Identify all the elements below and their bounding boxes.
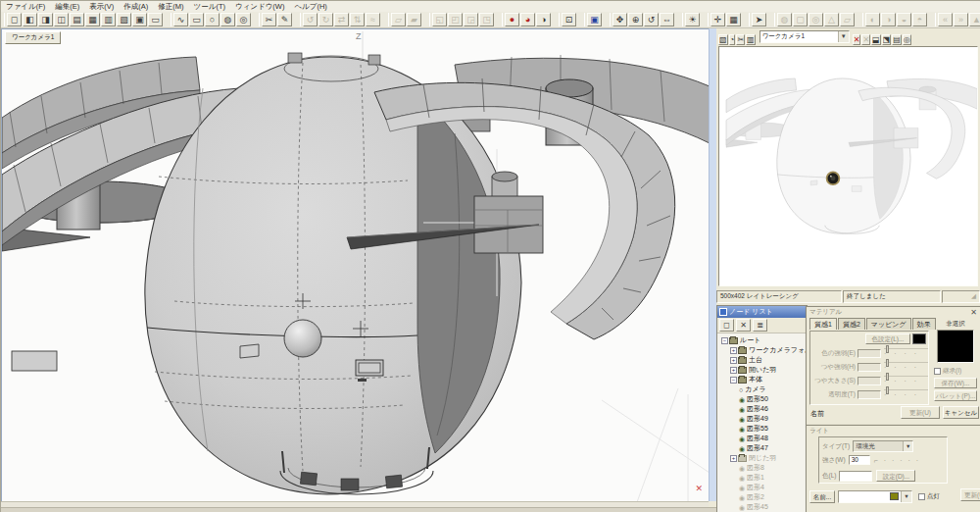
tree-item-本体[interactable]: −本体: [719, 375, 807, 384]
tree-item-カメラ[interactable]: ○カメラ: [719, 384, 807, 394]
slider-track[interactable]: · · · ·: [884, 376, 928, 385]
tree-expander-icon[interactable]: +: [730, 455, 737, 462]
tree-item-図形1[interactable]: ◉図形1: [719, 473, 807, 483]
menu-作成[interactable]: 作成(A): [119, 2, 153, 12]
light-icon[interactable]: ☀: [685, 13, 700, 26]
open-icon[interactable]: ◧: [23, 13, 37, 26]
palette-button[interactable]: パレット(P)...: [934, 390, 977, 401]
light-color-set-button[interactable]: 設定(D)...: [876, 470, 915, 482]
slider-thumb[interactable]: [886, 359, 889, 367]
work-camera-tab[interactable]: ワークカメラ1: [5, 31, 61, 44]
color-set-button[interactable]: 色設定(L)...: [865, 333, 910, 344]
slider-track[interactable]: · · · ·: [884, 389, 928, 399]
tree-expander-icon[interactable]: −: [730, 377, 737, 384]
tab-マッピング[interactable]: マッピング: [866, 318, 911, 330]
tree-item-図形47[interactable]: ◉図形47: [719, 443, 807, 453]
render-anim-icon[interactable]: ◕: [520, 13, 535, 26]
slider-value-field[interactable]: [858, 377, 881, 385]
color-mini-swatch[interactable]: [912, 333, 926, 344]
inherit-checkbox[interactable]: [934, 368, 941, 375]
tree-expander-icon[interactable]: −: [721, 337, 728, 344]
menu-修正[interactable]: 修正(M): [153, 2, 188, 12]
tree-item-図形50[interactable]: ◉図形50: [719, 394, 807, 404]
menu-ファイル[interactable]: ファイル(F): [1, 2, 50, 12]
split-view-icon[interactable]: ◫: [54, 13, 69, 26]
rotate-view-icon[interactable]: ↺: [644, 13, 659, 26]
start-render-icon[interactable]: ◔: [729, 34, 736, 45]
tab-質感2[interactable]: 質感2: [838, 318, 865, 330]
menu-ツール[interactable]: ツール(T): [189, 2, 230, 12]
abort-render-icon[interactable]: ✂: [736, 34, 745, 45]
main-viewport-canvas[interactable]: Z: [2, 29, 709, 501]
slider-thumb[interactable]: [886, 345, 889, 353]
menu-表示[interactable]: 表示(V): [84, 2, 119, 12]
quad-view-icon[interactable]: ▣: [132, 13, 147, 26]
slider-value-field[interactable]: [858, 349, 881, 358]
cancel-button[interactable]: キャンセル: [943, 406, 979, 419]
resize-grip[interactable]: ◢: [942, 290, 980, 303]
material-color-swatch[interactable]: [937, 330, 974, 363]
light-select-combobox[interactable]: ▼: [838, 490, 912, 503]
light-name-button[interactable]: 名前...: [809, 490, 835, 503]
collapse-all-icon[interactable]: ◻: [719, 319, 734, 332]
close-icon[interactable]: ✕: [970, 308, 977, 317]
close-render-icon[interactable]: ✕: [853, 34, 861, 45]
render-preview-panel[interactable]: [718, 46, 978, 286]
main-3d-viewport[interactable]: ワークカメラ1 Z: [1, 28, 709, 501]
tree-item-開いた羽[interactable]: +開いた羽: [719, 365, 807, 375]
pan-view-icon[interactable]: ⇔: [660, 13, 674, 26]
save-button[interactable]: 保存(W)...: [934, 378, 977, 388]
tree-item-土台[interactable]: +土台: [719, 355, 807, 365]
light-update-button[interactable]: 更新(U): [960, 488, 980, 501]
tree-item-図形45[interactable]: ◉図形45: [719, 502, 807, 512]
tab-質感1[interactable]: 質感1: [809, 318, 837, 330]
tree-item-図形48[interactable]: ◉図形48: [719, 434, 807, 443]
tree-item-閉じた羽[interactable]: +閉じた羽: [719, 453, 807, 463]
render-icon[interactable]: ●: [505, 13, 519, 26]
circle-tool-icon[interactable]: ○: [205, 13, 220, 26]
tree-expander-icon[interactable]: +: [730, 347, 737, 354]
memo-icon[interactable]: ▭: [148, 13, 163, 26]
hand-tool-icon[interactable]: ➤: [752, 13, 766, 26]
material-editor-icon[interactable]: ▣: [587, 13, 602, 26]
slider-value-field[interactable]: [858, 390, 881, 399]
list-mode-icon[interactable]: ≣: [753, 319, 767, 332]
new-window-icon[interactable]: ⊡: [562, 13, 576, 26]
slider-value-field[interactable]: [858, 363, 881, 372]
preview-zoom-icon[interactable]: ◎: [903, 34, 911, 45]
brush-tool-icon[interactable]: ✎: [277, 13, 292, 26]
tree-item-図形2[interactable]: ◉図形2: [719, 492, 807, 502]
ellipse-tool-icon[interactable]: ◎: [236, 13, 251, 26]
menu-編集[interactable]: 編集(E): [50, 2, 84, 12]
tree-item-図形49[interactable]: ◉図形49: [719, 414, 807, 424]
render-settings-icon[interactable]: ◑: [536, 13, 551, 26]
light-type-dropdown[interactable]: 環境光▼: [853, 440, 913, 452]
delete-node-icon[interactable]: ✕: [736, 319, 751, 332]
rect-tool-icon[interactable]: ▭: [189, 13, 204, 26]
light-strength-slider[interactable]: ⌐ · · · · ·: [874, 457, 920, 464]
slider-track[interactable]: · · · ·: [884, 362, 928, 372]
light-color-swatch[interactable]: [839, 471, 872, 482]
tree-expander-icon[interactable]: +: [730, 367, 737, 374]
camera-settings-icon[interactable]: ▧: [718, 34, 728, 45]
tree-item-ワークカメラフォルダ[interactable]: +ワークカメラフォルダ: [719, 345, 807, 355]
slider-thumb[interactable]: [886, 386, 889, 394]
tab-効果[interactable]: 効果: [912, 318, 936, 330]
tree-item-ルート[interactable]: −ルート: [719, 335, 807, 345]
list-view-icon[interactable]: ▤: [70, 13, 84, 26]
knife-tool-icon[interactable]: ✂: [262, 13, 276, 26]
save-icon[interactable]: ◨: [38, 13, 53, 26]
save-image-icon[interactable]: ⬓: [871, 34, 881, 45]
tree-expander-icon[interactable]: +: [730, 357, 737, 364]
slider-track[interactable]: · · · ·: [884, 348, 928, 358]
wire-view-icon[interactable]: ▥: [101, 13, 116, 26]
lit-checkbox[interactable]: [918, 493, 925, 500]
texture-view-icon[interactable]: ▧: [117, 13, 131, 26]
move-view-icon[interactable]: ✥: [612, 13, 627, 26]
tree-item-図形55[interactable]: ◉図形55: [719, 424, 807, 434]
tree-item-図形4[interactable]: ◉図形4: [719, 483, 807, 492]
axis-icon[interactable]: ✛: [710, 13, 725, 26]
snapshot-icon[interactable]: ▦: [726, 13, 741, 26]
zoom-view-icon[interactable]: ⊕: [628, 13, 643, 26]
sphere-tool-icon[interactable]: ◍: [220, 13, 235, 26]
